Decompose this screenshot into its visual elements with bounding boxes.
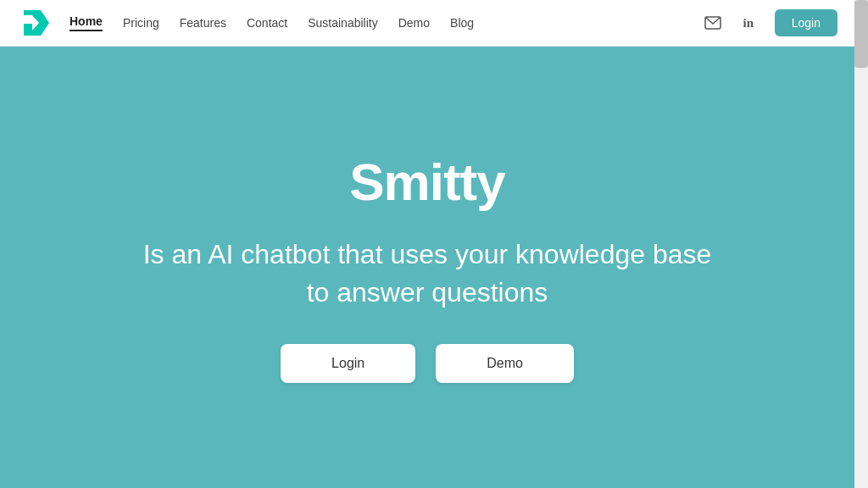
logo[interactable] (17, 7, 49, 39)
nav-item-home[interactable]: Home (70, 14, 103, 31)
hero-buttons: Login Demo (281, 344, 574, 383)
navbar-right: in Login (704, 9, 837, 36)
svg-marker-0 (24, 10, 49, 36)
hero-section: Smitty Is an AI chatbot that uses your k… (0, 47, 854, 488)
hero-subtitle: Is an AI chatbot that uses your knowledg… (131, 236, 724, 312)
navbar-login-button[interactable]: Login (775, 9, 837, 36)
nav-item-demo[interactable]: Demo (398, 16, 430, 30)
nav-item-sustainability[interactable]: Sustainability (308, 16, 378, 30)
scrollbar[interactable] (854, 0, 868, 488)
nav-item-pricing[interactable]: Pricing (123, 16, 159, 30)
nav-item-contact[interactable]: Contact (247, 16, 287, 30)
hero-title: Smitty (349, 152, 504, 212)
hero-login-button[interactable]: Login (281, 344, 415, 383)
scrollbar-thumb[interactable] (854, 0, 868, 68)
mail-icon[interactable] (704, 14, 722, 32)
nav-item-blog[interactable]: Blog (450, 16, 474, 30)
nav-item-features[interactable]: Features (180, 16, 226, 30)
linkedin-icon[interactable]: in (739, 14, 758, 32)
main-nav: Home Pricing Features Contact Sustainabi… (70, 14, 704, 31)
navbar: Home Pricing Features Contact Sustainabi… (0, 0, 854, 47)
hero-demo-button[interactable]: Demo (436, 344, 574, 383)
